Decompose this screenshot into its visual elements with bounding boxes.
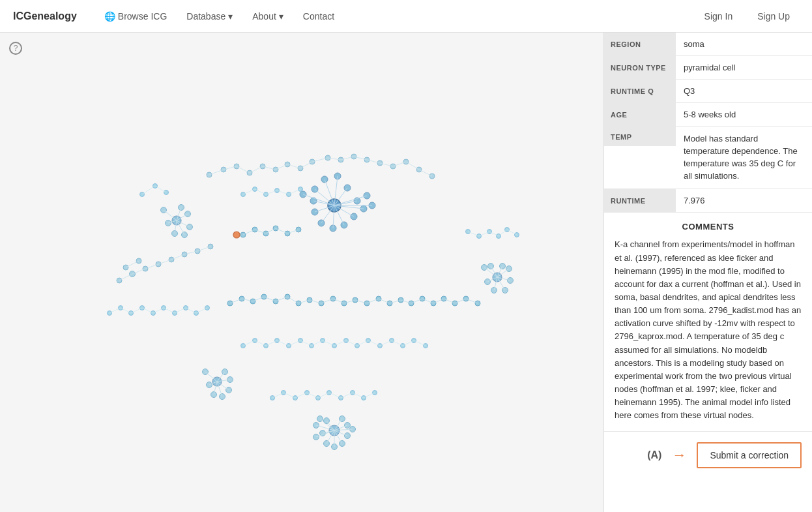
svg-line-165: [255, 189, 266, 194]
svg-line-282: [468, 232, 479, 236]
svg-line-279: [364, 393, 375, 398]
svg-line-232: [255, 340, 266, 346]
nav-right-actions: Sign In Sign Up: [695, 8, 799, 25]
svg-line-252: [368, 340, 380, 346]
svg-line-52: [237, 166, 250, 173]
arrow-icon: →: [672, 447, 686, 464]
svg-line-169: [277, 190, 289, 194]
svg-line-301: [153, 308, 164, 313]
help-icon[interactable]: ?: [9, 42, 22, 55]
temp-value: Model has standard temperature dependenc…: [676, 127, 812, 188]
svg-line-293: [109, 308, 121, 313]
neuron-type-value: pyramidal cell: [676, 56, 812, 79]
temp-row: TEMP Model has standard temperature depe…: [604, 127, 812, 189]
svg-line-238: [289, 340, 300, 346]
nav-about[interactable]: About ▾: [244, 7, 291, 25]
svg-line-33: [164, 210, 177, 220]
svg-line-273: [329, 393, 341, 398]
svg-line-254: [380, 340, 392, 346]
sign-up-button[interactable]: Sign Up: [748, 8, 799, 25]
svg-line-171: [289, 189, 300, 194]
graph-panel: ?: [0, 33, 603, 512]
age-label: AGE: [604, 103, 676, 126]
network-graph: [0, 33, 603, 512]
svg-line-234: [266, 340, 277, 346]
comments-text: K-a channel from experiments/model in ho…: [615, 238, 802, 422]
svg-line-54: [250, 166, 263, 173]
globe-icon: 🌐: [104, 11, 115, 22]
runtime-value: 7.976: [676, 189, 812, 212]
nav-contact[interactable]: Contact: [295, 7, 342, 25]
svg-line-288: [499, 230, 507, 236]
svg-line-83: [119, 274, 132, 280]
runtime-q-label: RUNTIME Q: [604, 80, 676, 102]
svg-line-260: [414, 340, 426, 346]
svg-line-48: [209, 170, 224, 175]
svg-line-277: [353, 393, 364, 398]
svg-line-297: [131, 308, 142, 313]
nav-database[interactable]: Database ▾: [179, 7, 240, 25]
chevron-down-icon: ▾: [228, 11, 233, 22]
comments-title: COMMENTS: [615, 222, 802, 232]
neuron-type-label: NEURON TYPE: [604, 56, 676, 79]
svg-line-303: [164, 308, 175, 313]
svg-line-267: [295, 393, 307, 398]
svg-line-307: [186, 308, 196, 313]
submit-correction-button[interactable]: Submit a correction: [697, 442, 802, 468]
svg-line-30: [303, 194, 334, 205]
svg-line-195: [287, 297, 298, 303]
svg-line-167: [266, 190, 277, 194]
svg-line-80: [419, 170, 432, 176]
svg-line-180: [276, 228, 287, 233]
svg-line-236: [277, 340, 289, 346]
comments-section: COMMENTS K-a channel from experiments/mo…: [604, 213, 812, 431]
nav-items: 🌐 Browse ICG Database ▾ About ▾ Contact: [96, 7, 695, 25]
svg-line-286: [489, 232, 499, 236]
svg-line-118: [205, 372, 217, 382]
region-row: REGION soma: [604, 33, 812, 56]
age-value: 5-8 weeks old: [676, 103, 812, 126]
svg-line-78: [406, 162, 419, 170]
svg-line-258: [403, 340, 414, 346]
svg-line-174: [243, 230, 255, 235]
runtime-q-row: RUNTIME Q Q3: [604, 80, 812, 103]
svg-line-95: [197, 247, 210, 251]
svg-line-305: [175, 308, 186, 313]
svg-line-58: [276, 164, 287, 170]
svg-line-269: [307, 393, 318, 398]
svg-point-310: [233, 232, 240, 238]
svg-line-309: [196, 308, 207, 313]
annotation-label: (A): [647, 449, 661, 461]
nav-browse-icg[interactable]: 🌐 Browse ICG: [96, 7, 175, 25]
svg-line-178: [266, 228, 276, 233]
temp-label: TEMP: [604, 127, 676, 146]
svg-line-250: [357, 340, 368, 346]
right-info-panel: REGION soma NEURON TYPE pyramidal cell R…: [603, 33, 812, 512]
sign-in-button[interactable]: Sign In: [695, 8, 742, 25]
svg-line-265: [283, 393, 295, 398]
svg-line-87: [145, 264, 158, 269]
svg-line-89: [158, 260, 171, 264]
svg-line-98: [126, 261, 139, 267]
svg-line-62: [300, 162, 312, 168]
svg-line-230: [243, 340, 255, 346]
region-label: REGION: [604, 33, 676, 55]
brand-logo[interactable]: ICGenealogy: [13, 10, 77, 22]
submit-section: (A) → Submit a correction: [604, 431, 812, 479]
svg-line-14: [321, 205, 334, 223]
svg-line-76: [393, 162, 406, 166]
age-row: AGE 5-8 weeks old: [604, 103, 812, 127]
svg-line-256: [392, 340, 403, 346]
svg-line-299: [142, 308, 153, 313]
svg-line-290: [507, 230, 517, 235]
svg-line-295: [121, 308, 131, 313]
region-value: soma: [676, 33, 812, 55]
runtime-q-value: Q3: [676, 80, 812, 102]
svg-line-240: [300, 340, 312, 346]
svg-line-244: [323, 340, 334, 346]
main-container: ?: [0, 33, 812, 512]
navbar: ICGenealogy 🌐 Browse ICG Database ▾ Abou…: [0, 0, 812, 33]
svg-line-248: [346, 340, 357, 346]
svg-line-163: [243, 189, 255, 194]
runtime-row: RUNTIME 7.976: [604, 189, 812, 213]
